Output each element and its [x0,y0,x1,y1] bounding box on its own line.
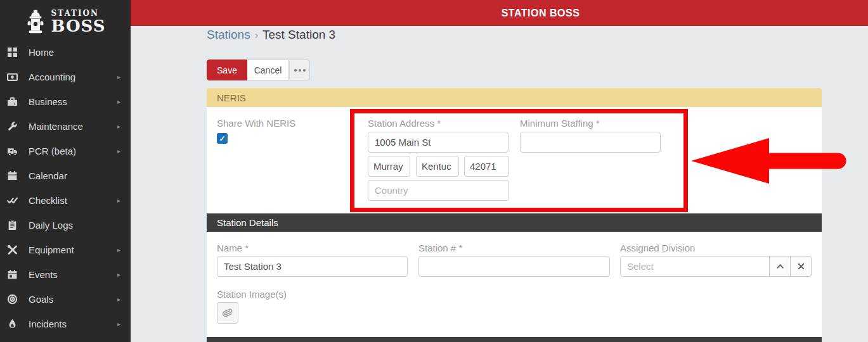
cancel-button[interactable]: Cancel [247,60,289,80]
breadcrumb-separator: › [255,30,258,41]
chevron-right-icon: ▸ [117,123,120,130]
sidebar-item-goals[interactable]: Goals ▸ [0,287,131,312]
sidebar-item-home[interactable]: Home [0,40,131,65]
chevron-right-icon: ▸ [117,98,120,105]
logo-line2: BOSS [51,18,105,34]
wrench-icon [6,121,18,132]
state-input[interactable] [416,156,459,177]
sidebar-item-label: PCR (beta) [29,146,76,156]
assigned-division-select[interactable] [620,256,770,277]
app-logo[interactable]: STATION BOSS [0,0,131,40]
share-with-neris-checkbox[interactable] [217,133,228,144]
minimum-staffing-label: Minimum Staffing * [520,118,600,129]
paperclip-icon [221,307,235,320]
division-clear-button[interactable] [791,256,812,277]
station-address-input[interactable] [368,132,508,153]
money-icon [6,72,18,82]
station-form-panel: NERIS Share With NERIS Station Address *… [207,88,822,342]
sidebar-item-calendar[interactable]: Calendar [0,163,131,188]
sidebar-item-events[interactable]: Events ▸ [0,262,131,287]
clipboard-icon [6,220,18,231]
minimum-staffing-input[interactable] [520,132,661,153]
flame-icon [6,319,18,329]
sidebar-item-label: Accounting [29,72,75,82]
clear-x-icon [797,262,805,270]
breadcrumb-stations-link[interactable]: Stations [207,28,250,41]
sidebar-item-incidents[interactable]: Incidents ▸ [0,312,131,336]
station-number-input[interactable] [418,256,610,277]
crossed-tools-icon [6,244,18,255]
assigned-division-label: Assigned Division [620,243,695,253]
home-grid-icon [6,47,18,58]
chevron-right-icon: ▸ [117,246,120,253]
breadcrumb-current: Test Station 3 [262,28,335,41]
top-header-bar: STATION BOSS [131,0,868,26]
sidebar-item-equipment[interactable]: Equipment ▸ [0,238,131,262]
division-collapse-button[interactable] [770,256,791,277]
sidebar: STATION BOSS Home Accounting ▸ Business … [0,0,131,342]
sidebar-item-label: Calendar [29,170,67,181]
sidebar-item-label: Home [29,47,54,58]
name-input[interactable] [217,256,408,277]
page: STATION BOSS Home Accounting ▸ Business … [0,0,868,342]
calendar-icon [6,170,18,181]
sidebar-item-accounting[interactable]: Accounting ▸ [0,65,131,89]
chevron-right-icon: ▸ [117,296,120,303]
assigned-division-select-group [620,256,812,277]
ellipsis-icon [294,69,306,72]
city-input[interactable] [368,156,410,177]
chevron-right-icon: ▸ [117,73,120,80]
sidebar-item-label: Maintenance [29,121,83,132]
save-button[interactable]: Save [207,60,247,80]
logo-text: STATION BOSS [51,10,105,34]
sidebar-item-pcr[interactable]: PCR (beta) ▸ [0,139,131,163]
app-title: STATION BOSS [131,8,868,19]
sidebar-item-business[interactable]: Business ▸ [0,89,131,114]
sidebar-item-label: Goals [29,294,53,305]
chevron-right-icon: ▸ [117,197,120,204]
sidebar-item-checklist[interactable]: Checklist ▸ [0,188,131,213]
chevron-right-icon: ▸ [117,320,120,327]
sidebar-item-label: Equipment [29,244,74,255]
sidebar-item-label: Events [29,269,58,280]
neris-section-header: NERIS [207,88,822,107]
zip-input[interactable] [464,156,509,177]
target-icon [6,294,18,305]
double-check-icon [6,195,18,206]
toolbar: Save Cancel [207,60,310,80]
more-options-button[interactable] [289,60,310,80]
chevron-up-icon [776,262,784,270]
breadcrumb: Stations›Test Station 3 [207,28,335,42]
sidebar-item-label: Business [29,96,67,107]
station-address-label: Station Address * [368,118,441,129]
share-with-neris-label: Share With NERIS [217,118,295,129]
sidebar-item-label: Daily Logs [29,220,73,231]
fire-hydrant-icon [25,8,46,36]
name-label: Name * [217,243,249,253]
station-images-label: Station Image(s) [217,289,287,300]
station-details-section-header: Station Details [207,213,822,232]
sidebar-item-label: Incidents [29,319,67,329]
sidebar-item-maintenance[interactable]: Maintenance ▸ [0,114,131,139]
sidebar-item-daily-logs[interactable]: Daily Logs [0,213,131,238]
calendar-event-icon [6,269,18,280]
next-section-header-bar [207,337,822,342]
ambulance-icon [6,146,18,156]
sidebar-item-label: Checklist [29,195,67,206]
attach-image-button[interactable] [217,302,238,324]
chevron-right-icon: ▸ [117,148,120,155]
briefcase-icon [6,96,18,107]
chevron-right-icon: ▸ [117,271,120,278]
station-number-label: Station # * [418,243,462,253]
country-input[interactable] [368,180,509,201]
